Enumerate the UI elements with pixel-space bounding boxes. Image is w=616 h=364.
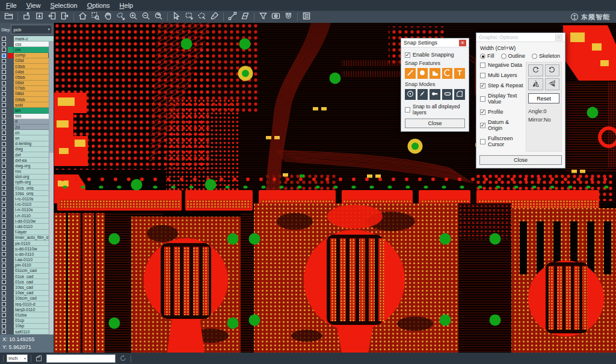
layer-row[interactable]: targ3-0110 bbox=[0, 307, 54, 312]
layer-row[interactable]: reg-0110-d bbox=[0, 301, 54, 307]
layer-row[interactable]: 07lsb bbox=[0, 86, 54, 91]
toolbar-pan-hand-button[interactable] bbox=[102, 11, 114, 22]
snap-all-layers-checkbox[interactable]: Snap to all displayed layers bbox=[405, 103, 465, 116]
layer-visibility-checkbox[interactable] bbox=[0, 208, 8, 213]
layer-row[interactable]: css bbox=[0, 42, 54, 47]
layer-row[interactable]: cn bbox=[0, 130, 54, 135]
layer-row[interactable]: i-dd-0110w bbox=[0, 218, 54, 224]
layer-row[interactable]: 09lsb bbox=[0, 97, 54, 102]
width-radio-fill[interactable]: Fill bbox=[480, 53, 494, 59]
snap-mode-slot-filled-button[interactable] bbox=[430, 89, 440, 100]
layer-visibility-checkbox[interactable] bbox=[0, 202, 8, 208]
toolbar-form-panel-button[interactable] bbox=[300, 11, 313, 22]
layer-row[interactable]: comp bbox=[0, 53, 54, 58]
layer-visibility-checkbox[interactable] bbox=[0, 301, 8, 307]
flip-h-button[interactable] bbox=[528, 78, 543, 90]
layer-row[interactable]: saf0110 bbox=[0, 329, 54, 335]
step-select[interactable]: pcb ▾ bbox=[11, 25, 52, 34]
snap-feature-corner-button[interactable] bbox=[430, 68, 440, 79]
layer-visibility-checkbox[interactable] bbox=[0, 102, 8, 108]
layer-visibility-checkbox[interactable] bbox=[0, 147, 8, 152]
layer-visibility-checkbox[interactable] bbox=[0, 158, 8, 163]
toolbar-home-button[interactable] bbox=[76, 11, 89, 22]
snap-feature-arc-button[interactable] bbox=[442, 68, 453, 79]
layer-visibility-checkbox[interactable] bbox=[0, 141, 8, 147]
toolbar-zoom-out-button[interactable] bbox=[140, 11, 152, 22]
layer-visibility-checkbox[interactable] bbox=[0, 130, 8, 135]
pcb-canvas[interactable]: Snap Settings × ✓ Enable Snapping Snap F… bbox=[54, 23, 616, 353]
layer-row[interactable]: dwg bbox=[0, 147, 54, 152]
layer-list-scrollbar[interactable] bbox=[49, 42, 54, 335]
layer-visibility-checkbox[interactable] bbox=[0, 69, 8, 75]
layer-row[interactable]: slot-org bbox=[0, 174, 54, 180]
layer-row[interactable]: inner_auto_film_symb bbox=[0, 235, 54, 241]
toolbar-filter-funnel-button[interactable] bbox=[257, 11, 270, 22]
layer-visibility-checkbox[interactable] bbox=[0, 174, 8, 180]
layer-row[interactable]: 01cba bbox=[0, 312, 54, 318]
layer-visibility-checkbox[interactable] bbox=[0, 312, 8, 318]
toolbar-polygon-select-button[interactable] bbox=[196, 11, 208, 22]
toolbar-zoom-in-button[interactable] bbox=[127, 11, 140, 22]
snap-mode-slot-outline-button[interactable] bbox=[442, 89, 453, 100]
toolbar-eraser-button[interactable] bbox=[239, 11, 251, 22]
layer-visibility-checkbox[interactable] bbox=[0, 274, 8, 279]
layer-row[interactable]: 2d bbox=[0, 125, 54, 130]
layer-row[interactable]: pin-0110 bbox=[0, 263, 54, 268]
toolbar-zoom-reset-button[interactable] bbox=[152, 11, 165, 22]
toolbar-page-arrow-right-button[interactable] bbox=[58, 11, 71, 22]
layer-row[interactable]: 05lsb bbox=[0, 75, 54, 80]
close-icon[interactable]: × bbox=[459, 40, 466, 46]
layer-row[interactable]: pe-0110 bbox=[0, 241, 54, 246]
toolbar-rect-select-button[interactable] bbox=[183, 11, 196, 22]
layer-visibility-checkbox[interactable] bbox=[0, 318, 8, 324]
layer-visibility-checkbox[interactable] bbox=[0, 291, 8, 296]
layer-row[interactable]: 02lst bbox=[0, 58, 54, 64]
toolbar-zoom-region-button[interactable] bbox=[89, 11, 102, 22]
graphic-checkbox-profile[interactable]: ✓Profile bbox=[480, 109, 525, 115]
layer-row[interactable]: sss bbox=[0, 114, 54, 119]
toolbar-folder-open-button[interactable] bbox=[2, 11, 15, 22]
graphic-checkbox-fullscreen-cursor[interactable]: Fullscreen Cursor bbox=[480, 135, 525, 147]
menu-view[interactable]: View bbox=[22, 0, 46, 11]
layer-visibility-checkbox[interactable] bbox=[0, 224, 8, 229]
layer-visibility-checkbox[interactable] bbox=[0, 91, 8, 97]
layer-visibility-checkbox[interactable] bbox=[0, 64, 8, 69]
enable-snapping-checkbox[interactable]: ✓ Enable Snapping bbox=[405, 52, 465, 58]
layer-row[interactable]: f-layer bbox=[0, 230, 54, 235]
snap-feature-pad-button[interactable] bbox=[417, 68, 428, 79]
snap-dialog-titlebar[interactable]: Snap Settings × bbox=[401, 39, 469, 48]
layer-visibility-checkbox[interactable] bbox=[0, 307, 8, 312]
layer-visibility-checkbox[interactable] bbox=[0, 296, 8, 301]
layer-visibility-checkbox[interactable] bbox=[0, 97, 8, 102]
menu-options[interactable]: Options bbox=[82, 0, 115, 11]
layer-row[interactable]: 01ccm_cad bbox=[0, 268, 54, 274]
reset-button[interactable]: Reset bbox=[528, 93, 559, 103]
layer-visibility-checkbox[interactable] bbox=[0, 329, 8, 335]
corner-page-icon[interactable] bbox=[34, 354, 43, 363]
layer-visibility-checkbox[interactable] bbox=[0, 191, 8, 196]
toolbar-import-down-button[interactable] bbox=[33, 11, 46, 22]
layer-visibility-checkbox[interactable] bbox=[0, 36, 8, 42]
layer-row[interactable]: 10sp bbox=[0, 324, 54, 329]
layer-visibility-checkbox[interactable] bbox=[0, 218, 8, 224]
layer-row[interactable]: u-dd-0110w bbox=[0, 246, 54, 251]
graphic-checkbox-negative-data[interactable]: Negative Data bbox=[480, 62, 525, 68]
layer-visibility-checkbox[interactable] bbox=[0, 108, 8, 113]
layer-row[interactable]: 10ss_cad bbox=[0, 285, 54, 290]
layer-visibility-checkbox[interactable] bbox=[0, 180, 8, 185]
graphic-dialog-titlebar[interactable]: Graphic Options × bbox=[476, 33, 565, 42]
snap-feature-line-button[interactable] bbox=[405, 68, 416, 79]
toolbar-eye-view-button[interactable] bbox=[270, 11, 282, 22]
snap-mode-line-point-button[interactable] bbox=[417, 89, 428, 100]
layer-visibility-checkbox[interactable] bbox=[0, 279, 8, 285]
layer-visibility-checkbox[interactable] bbox=[0, 263, 8, 268]
layer-visibility-checkbox[interactable] bbox=[0, 58, 8, 64]
graphic-checkbox-step-repeat[interactable]: ✓Step & Repeat bbox=[480, 82, 525, 88]
layer-row[interactable]: sn bbox=[0, 135, 54, 141]
graphic-checkbox-datum-origin[interactable]: ✓Datum & Origin bbox=[480, 119, 525, 131]
layer-visibility-checkbox[interactable] bbox=[0, 213, 8, 218]
toolbar-export-up-button[interactable] bbox=[20, 11, 33, 22]
layer-row[interactable]: sm bbox=[0, 108, 54, 113]
graphic-checkbox-multi-layers[interactable]: Multi Layers bbox=[480, 72, 525, 78]
width-radio-outline[interactable]: Outline bbox=[501, 53, 526, 59]
